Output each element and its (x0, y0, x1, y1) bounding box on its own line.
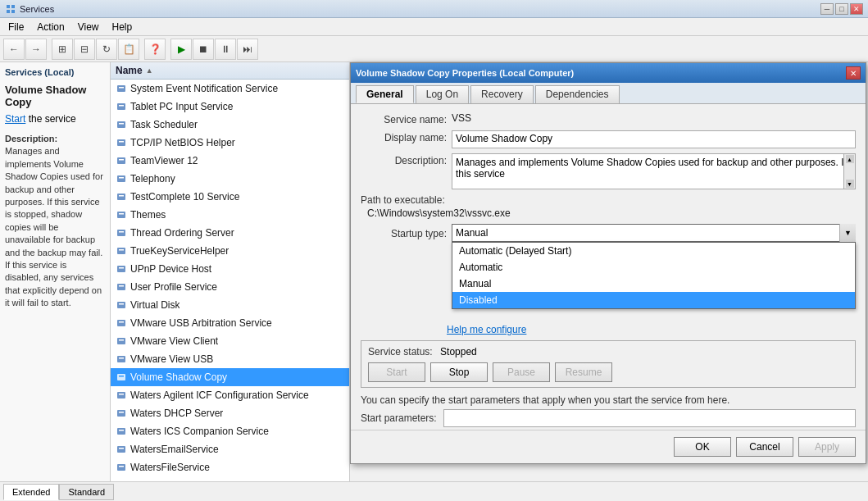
export-button[interactable]: 📋 (118, 39, 139, 60)
stop-button-toolbar[interactable]: ⏹ (193, 39, 214, 60)
list-item[interactable]: UPnP Device Host (111, 260, 349, 278)
svg-rect-28 (117, 302, 125, 308)
service-name-label: Virtual Disk (130, 299, 180, 311)
service-icon (116, 426, 127, 437)
list-item[interactable]: TrueKeyServiceHelper (111, 242, 349, 260)
svg-rect-45 (119, 448, 124, 449)
list-item[interactable]: TCP/IP NetBIOS Helper (111, 134, 349, 152)
menu-view[interactable]: View (71, 18, 106, 35)
up-button[interactable]: ⊞ (52, 39, 73, 60)
list-item[interactable]: Volume Shadow Copy (111, 368, 349, 386)
option-auto-delayed[interactable]: Automatic (Delayed Start) (452, 243, 855, 259)
list-item[interactable]: User Profile Service (111, 278, 349, 296)
ok-button[interactable]: OK (674, 437, 731, 457)
svg-rect-6 (117, 103, 125, 110)
stop-button[interactable]: Stop (430, 362, 488, 382)
dialog-action-buttons: OK Cancel Apply (351, 430, 866, 463)
service-name-label: Tablet PC Input Service (130, 101, 233, 112)
service-name-label: WatersEmailService (130, 444, 219, 455)
extended-tab[interactable]: Extended (3, 484, 59, 500)
start-parameters-input[interactable] (443, 409, 856, 427)
menu-help[interactable]: Help (106, 18, 139, 35)
name-column-header[interactable]: Name (116, 65, 143, 76)
list-item[interactable]: VMware View Client (111, 332, 349, 350)
restart-button[interactable]: ⏭ (237, 39, 258, 60)
service-icon (116, 281, 127, 293)
description-value[interactable]: Manages and implements Volume Shadow Cop… (452, 153, 856, 189)
back-button[interactable]: ← (3, 39, 25, 60)
desc-scrollbar[interactable]: ▲ ▼ (843, 154, 855, 189)
service-icon (116, 353, 127, 365)
list-item[interactable]: Thread Ordering Server (111, 224, 349, 242)
svg-rect-30 (117, 320, 125, 326)
tab-general[interactable]: General (356, 85, 414, 103)
list-item[interactable]: Virtual Disk (111, 296, 349, 314)
minimize-button[interactable]: ─ (820, 3, 834, 15)
service-name-label: Telephony (130, 173, 175, 184)
tab-dependencies[interactable]: Dependencies (535, 85, 620, 103)
list-item[interactable]: Task Scheduler (111, 116, 349, 134)
startup-type-dropdown[interactable]: Manual ▼ Automatic (Delayed Start) Autom… (452, 224, 856, 242)
pause-button[interactable]: Pause (493, 362, 550, 382)
help-button[interactable]: ❓ (144, 39, 166, 60)
startup-type-row: Startup type: Manual ▼ Automatic (Delaye… (361, 224, 856, 242)
help-configure-link[interactable]: Help me configure (447, 324, 526, 335)
description-text: Manages and implements Volume Shadow Cop… (456, 157, 847, 180)
list-item[interactable]: Waters DHCP Server (111, 404, 349, 422)
window-controls: ─ □ ✕ (820, 3, 863, 15)
option-disabled[interactable]: Disabled (452, 292, 855, 308)
list-item[interactable]: VMware View USB (111, 350, 349, 368)
list-item[interactable]: Waters Agilent ICF Configuration Service (111, 386, 349, 404)
app-icon (5, 3, 16, 15)
forward-button[interactable]: → (25, 39, 47, 60)
svg-rect-9 (119, 123, 124, 125)
service-icon (116, 480, 127, 481)
dialog-close-button[interactable]: ✕ (846, 66, 861, 80)
standard-tab[interactable]: Standard (59, 484, 114, 500)
tab-recovery[interactable]: Recovery (470, 85, 534, 103)
list-item[interactable]: Tablet PC Input Service (111, 98, 349, 116)
svg-rect-27 (119, 285, 124, 287)
service-icon (116, 155, 127, 166)
list-item[interactable]: VMware USB Arbitration Service (111, 314, 349, 332)
svg-rect-40 (117, 410, 125, 417)
apply-button[interactable]: Apply (798, 437, 856, 457)
service-name-label: VMware View Client (130, 335, 218, 347)
close-button[interactable]: ✕ (850, 3, 863, 15)
params-description: You can specify the start parameters tha… (361, 394, 856, 406)
display-name-value[interactable]: Volume Shadow Copy (452, 130, 856, 148)
play-button[interactable]: ▶ (170, 39, 192, 60)
refresh-button[interactable]: ↻ (96, 39, 117, 60)
description-row: Description: Manages and implements Volu… (361, 153, 856, 189)
option-auto[interactable]: Automatic (452, 259, 855, 276)
cancel-button[interactable]: Cancel (736, 437, 793, 457)
list-item[interactable]: TeamViewer 12 (111, 152, 349, 170)
startup-type-value[interactable]: Manual (452, 224, 856, 242)
menu-file[interactable]: File (2, 18, 30, 35)
list-item[interactable]: System Event Notification Service (111, 80, 349, 98)
service-icon (116, 191, 127, 203)
svg-rect-41 (119, 412, 124, 413)
tab-logon[interactable]: Log On (416, 85, 469, 103)
list-item[interactable]: TestComplete 10 Service (111, 188, 349, 206)
service-name-label: User Profile Service (130, 281, 217, 293)
list-item[interactable]: WatersFileService (111, 458, 349, 476)
svg-rect-7 (119, 105, 124, 107)
maximize-button[interactable]: □ (835, 3, 848, 15)
pause-button-toolbar[interactable]: ⏸ (215, 39, 236, 60)
start-service-link[interactable]: Start (5, 113, 25, 125)
option-manual[interactable]: Manual (452, 276, 855, 292)
menu-action[interactable]: Action (30, 18, 70, 35)
left-panel: Services (Local) Volume Shadow Copy Star… (0, 62, 111, 481)
list-item[interactable]: WatersEmailService (111, 440, 349, 458)
list-item[interactable]: Telephony (111, 170, 349, 188)
start-button[interactable]: Start (368, 362, 425, 382)
list-item[interactable]: WebClient (111, 476, 349, 481)
main-container: Services (Local) Volume Shadow Copy Star… (0, 62, 868, 481)
console-button[interactable]: ⊟ (74, 39, 95, 60)
dialog-overlay: Volume Shadow Copy Properties (Local Com… (350, 62, 866, 464)
svg-rect-13 (119, 159, 124, 161)
list-item[interactable]: Waters ICS Companion Service (111, 422, 349, 440)
resume-button[interactable]: Resume (555, 362, 612, 382)
list-item[interactable]: Themes (111, 206, 349, 224)
